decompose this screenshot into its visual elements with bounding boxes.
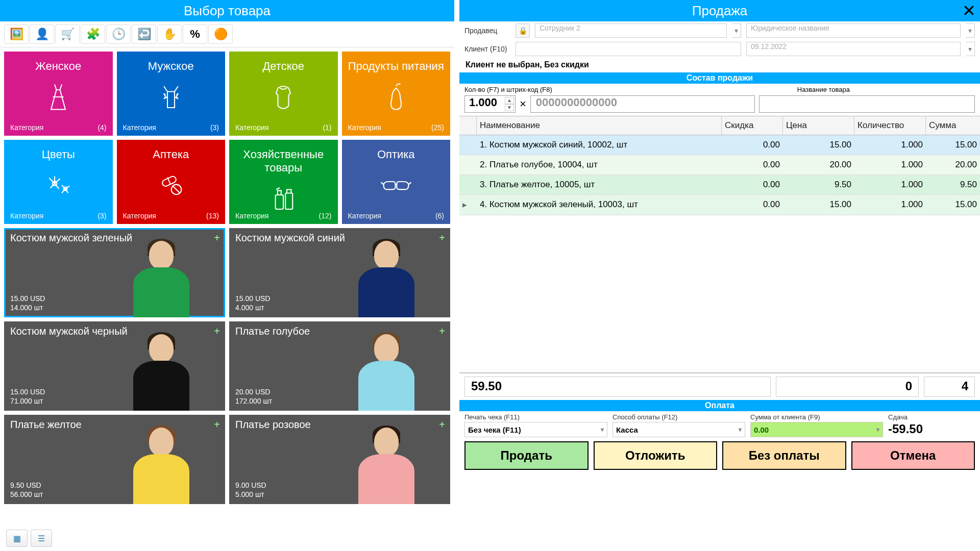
category-tile-6[interactable]: Хозяйственные товары Категория(12) [229,140,338,224]
change-value: -59.50 [888,422,975,436]
client-input[interactable] [516,42,741,56]
product-card-0[interactable]: Костюм мужской зеленый + 15.00 USD14.000… [4,228,225,317]
category-title: Аптека [123,148,219,161]
row-qty: 1.000 [854,135,926,155]
category-label: Категория [348,212,381,220]
row-qty: 1.000 [854,175,926,194]
category-label: Категория [123,123,156,132]
date-select[interactable]: 09.12.2022 [746,42,961,56]
product-image [128,329,194,411]
toolbar-btn-puzzle[interactable]: 🧩 [81,24,105,44]
pear-icon [348,79,445,115]
category-tile-3[interactable]: Продукты питания Категория(25) [342,52,451,136]
category-count: (12) [319,212,332,220]
sale-table: Наименование Скидка Цена Количество Сумм… [459,116,980,373]
toolbar-btn-coin[interactable]: 🟠 [208,24,233,44]
product-card-4[interactable]: Платье желтое + 9.50 USD56.000 шт [4,415,225,504]
legal-caret[interactable]: ▾ [966,23,975,38]
product-card-3[interactable]: Платье голубое + 20.00 USD172.000 шт [229,321,450,411]
table-row[interactable]: 3. Платье желтое, 10005, шт 0.00 9.50 1.… [459,175,980,195]
row-discount: 0.00 [722,195,783,215]
right-panel-title: Продажа ✕ [459,0,980,21]
date-caret[interactable]: ▾ [966,42,975,56]
category-title: Хозяйственные товары [235,148,332,174]
total-2: 0 [776,377,919,397]
seller-label: Продавец [464,27,510,35]
pills-icon [123,167,219,203]
row-sum: 15.00 [926,135,980,155]
category-tile-4[interactable]: Цветы Категория(3) [4,140,113,224]
category-title: Продукты питания [348,60,445,73]
product-meta: 20.00 USD172.000 шт [235,387,272,406]
nopay-button[interactable]: Без оплаты [722,441,846,470]
seller-caret[interactable]: ▾ [732,23,741,38]
row-name: 2. Платье голубое, 10004, шт [477,155,722,174]
category-count: (4) [97,123,106,132]
toolbar-btn-hand[interactable]: ✋ [157,24,182,44]
dress-icon [10,79,107,115]
plus-icon: + [214,325,220,337]
category-tile-2[interactable]: Детское Категория(1) [229,52,338,136]
product-card-1[interactable]: Костюм мужской синий + 15.00 USD4.000 шт [229,228,450,317]
multiply-icon: × [520,97,526,111]
view-list-button[interactable]: ☰ [31,530,52,547]
category-label: Категория [235,123,268,132]
category-count: (1) [323,123,331,132]
plus-icon: + [214,419,220,431]
svg-rect-7 [285,193,292,210]
svg-line-5 [173,186,180,193]
item-name-input[interactable] [759,95,975,113]
table-row[interactable]: 1. Костюм мужской синий, 10002, шт 0.00 … [459,135,980,155]
table-row[interactable]: 2. Платье голубое, 10004, шт 0.00 20.00 … [459,155,980,175]
cancel-button[interactable]: Отмена [851,441,975,470]
amount-input[interactable]: 0.00▾ [750,422,883,437]
amount-label: Сумма от клиента (F9) [750,413,883,421]
category-tile-7[interactable]: Оптика Категория(6) [342,140,451,224]
category-tile-5[interactable]: Аптека Категория(13) [117,140,226,224]
change-label: Сдача [888,413,975,421]
status-line: Клиент не выбран, Без скидки [459,58,980,72]
row-name: 4. Костюм мужской зеленый, 10003, шт [477,195,722,215]
lock-icon[interactable]: 🔒 [516,23,530,38]
receipt-select[interactable]: Без чека (F11)▾ [464,422,607,437]
qty-input[interactable]: 1.000 ▲▼ [464,95,516,113]
toolbar-btn-clock[interactable]: 🕒 [106,24,131,44]
toolbar-btn-undo[interactable]: ↩️ [132,24,156,44]
client-label: Клиент (F10) [464,45,510,53]
qty-down[interactable]: ▼ [505,104,514,111]
left-toolbar: 🖼️ 👤 🛒 🧩 🕒 ↩️ ✋ % 🟠 [0,21,454,47]
toolbar-btn-image[interactable]: 🖼️ [4,24,29,44]
product-meta: 9.00 USD5.000 шт [235,481,266,499]
close-icon[interactable]: ✕ [962,0,976,21]
table-row[interactable]: ▸ 4. Костюм мужской зеленый, 10003, шт 0… [459,195,980,215]
row-price: 15.00 [783,195,854,215]
toolbar-btn-user[interactable]: 👤 [30,24,54,44]
barcode-input[interactable]: 0000000000000 [530,95,755,113]
product-card-5[interactable]: Платье розовое + 9.00 USD5.000 шт [229,415,450,504]
legal-select[interactable]: Юридическое название [746,23,961,38]
category-tile-1[interactable]: Мужское Категория(3) [117,52,226,136]
product-card-2[interactable]: Костюм мужской черный + 15.00 USD71.000 … [4,321,225,411]
category-tile-0[interactable]: Женское Категория(4) [4,52,113,136]
category-count: (3) [97,212,106,220]
cleaning-icon [235,181,332,216]
toolbar-btn-cart[interactable]: 🛒 [55,24,80,44]
category-title: Детское [235,60,332,73]
category-title: Мужское [123,60,219,73]
plus-icon: + [439,325,445,337]
method-label: Способ оплаты (F12) [612,413,745,421]
plus-icon: + [439,419,445,431]
row-name: 1. Костюм мужской синий, 10002, шт [477,135,722,155]
method-select[interactable]: Касса▾ [612,422,745,437]
category-count: (25) [431,123,444,132]
hold-button[interactable]: Отложить [594,441,718,470]
view-grid-button[interactable]: ▦ [6,530,28,547]
seller-select[interactable]: Сотрудник 2 [535,23,727,38]
toolbar-btn-percent[interactable]: % [183,24,207,44]
bowtie-icon [123,79,219,115]
qty-up[interactable]: ▲ [505,97,514,104]
col-sum: Сумма [926,116,980,135]
sell-button[interactable]: Продать [464,441,589,470]
row-price: 20.00 [783,155,854,174]
product-meta: 15.00 USD4.000 шт [235,294,270,312]
